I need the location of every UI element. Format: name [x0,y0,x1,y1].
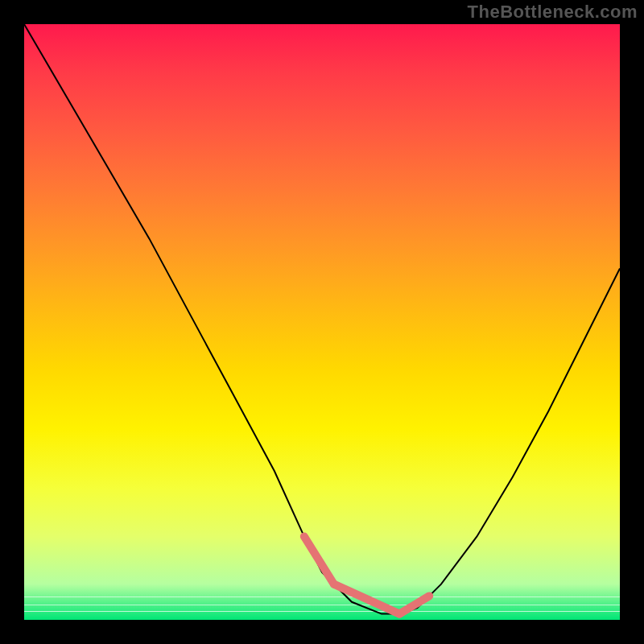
plot-area [24,24,620,620]
marker-right [399,596,429,613]
marker-flat [334,584,399,614]
curve-layer [24,24,620,620]
watermark-text: TheBottleneck.com [468,2,638,23]
chart-stage: TheBottleneck.com [0,0,644,644]
marker-left [304,536,334,584]
main-curve [24,24,620,614]
